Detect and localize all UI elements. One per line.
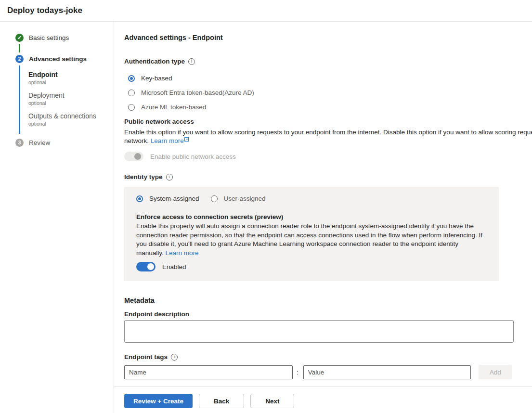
step-review[interactable]: 3 Review xyxy=(0,139,114,147)
radio-key-based[interactable]: Key-based xyxy=(128,75,532,82)
public-network-toggle xyxy=(124,152,143,161)
radio-unselected-icon xyxy=(128,90,135,96)
step-label: Advanced settings xyxy=(29,55,87,63)
radio-selected-icon xyxy=(136,195,143,202)
tag-separator: : xyxy=(297,369,298,376)
endpoint-tags-label: Endpoint tags i xyxy=(124,353,532,361)
substep-label: Deployment xyxy=(28,91,96,99)
radio-label: Key-based xyxy=(141,75,172,82)
wizard-footer: Review + Create Back Next xyxy=(114,386,532,413)
step-label: Basic settings xyxy=(29,34,69,41)
substep-label: Outputs & connections xyxy=(28,112,96,120)
toggle-knob xyxy=(134,153,141,160)
authentication-type-radio-group: Key-based Microsoft Entra token-based(Az… xyxy=(128,75,532,111)
substep-label: Endpoint xyxy=(28,71,96,78)
label-text: Authentication type xyxy=(124,58,185,65)
radio-label: Azure ML token-based xyxy=(141,103,206,111)
info-icon[interactable]: i xyxy=(171,354,178,361)
radio-label: Microsoft Entra token-based(Azure AD) xyxy=(141,89,254,96)
enforce-secrets-title: Enforce access to connection secrets (pr… xyxy=(136,213,489,220)
tag-name-input[interactable] xyxy=(124,365,293,379)
review-create-button[interactable]: Review + Create xyxy=(124,394,193,408)
radio-label: System-assigned xyxy=(149,195,199,202)
description-text: network. xyxy=(124,137,149,144)
add-tag-button: Add xyxy=(479,365,512,379)
page-title: Deploy todays-joke xyxy=(7,6,82,15)
step-advanced-settings[interactable]: 2 Advanced settings xyxy=(0,55,114,63)
section-heading: Advanced settings - Endpoint xyxy=(124,34,532,41)
label-text: Identity type xyxy=(124,173,163,181)
next-button[interactable]: Next xyxy=(250,394,294,408)
radio-user-assigned[interactable]: User-assigned xyxy=(211,195,266,202)
substep-outputs-connections[interactable]: Outputs & connections optional xyxy=(28,112,96,127)
step-connector-complete xyxy=(19,44,20,52)
info-icon[interactable]: i xyxy=(166,174,173,181)
endpoint-tags-row: : Add xyxy=(124,365,532,379)
identity-type-label: Identity type i xyxy=(124,173,532,181)
radio-unselected-icon xyxy=(211,195,218,202)
enforce-secrets-toggle[interactable] xyxy=(136,262,156,271)
enforce-secrets-description: Enable this property will auto assign a … xyxy=(136,222,484,258)
external-link-icon: ↗ xyxy=(184,137,189,142)
step-number-icon: 3 xyxy=(15,139,24,147)
metadata-heading: Metadata xyxy=(124,297,532,304)
learn-more-link[interactable]: Learn more xyxy=(166,249,199,257)
label-text: Endpoint tags xyxy=(124,353,168,361)
radio-entra-token-based[interactable]: Microsoft Entra token-based(Azure AD) xyxy=(128,89,532,96)
public-network-description-line2: network. Learn more↗ xyxy=(124,137,532,145)
substep-note: optional xyxy=(28,121,96,127)
label-text: Endpoint description xyxy=(124,310,189,318)
tag-value-input[interactable] xyxy=(303,365,471,379)
public-network-toggle-label: Enable public network access xyxy=(150,153,236,160)
identity-radio-group: System-assigned User-assigned xyxy=(136,195,489,202)
identity-panel: System-assigned User-assigned Enforce ac… xyxy=(124,187,499,281)
substep-deployment[interactable]: Deployment optional xyxy=(28,91,96,106)
substep-note: optional xyxy=(28,100,96,106)
radio-label: User-assigned xyxy=(224,195,266,202)
back-button[interactable]: Back xyxy=(199,394,244,408)
radio-unselected-icon xyxy=(128,104,135,111)
substep-endpoint[interactable]: Endpoint optional xyxy=(28,71,96,85)
endpoint-description-label: Endpoint description xyxy=(124,310,532,318)
toggle-knob xyxy=(147,263,154,270)
page-header: Deploy todays-joke xyxy=(0,0,532,22)
enforce-secrets-toggle-label: Enabled xyxy=(162,263,186,271)
label-text: Public network access xyxy=(124,118,194,125)
step-connector-active xyxy=(19,65,20,134)
substep-note: optional xyxy=(28,79,96,85)
radio-selected-icon xyxy=(128,75,135,82)
public-network-description-line1: Enable this option if you want to allow … xyxy=(124,128,532,137)
learn-more-link[interactable]: Learn more xyxy=(151,137,184,144)
radio-azureml-token-based[interactable]: Azure ML token-based xyxy=(128,103,532,111)
authentication-type-label: Authentication type i xyxy=(124,58,532,65)
step-number-icon: 2 xyxy=(15,55,24,63)
check-icon: ✓ xyxy=(15,34,24,42)
step-basic-settings[interactable]: ✓ Basic settings xyxy=(0,34,114,42)
public-network-access-label: Public network access xyxy=(124,118,532,125)
wizard-steps-sidebar: ✓ Basic settings 2 Advanced settings End… xyxy=(0,22,114,413)
endpoint-description-input[interactable] xyxy=(124,320,514,343)
step-label: Review xyxy=(29,139,50,146)
radio-system-assigned[interactable]: System-assigned xyxy=(136,195,199,202)
info-icon[interactable]: i xyxy=(188,58,195,65)
